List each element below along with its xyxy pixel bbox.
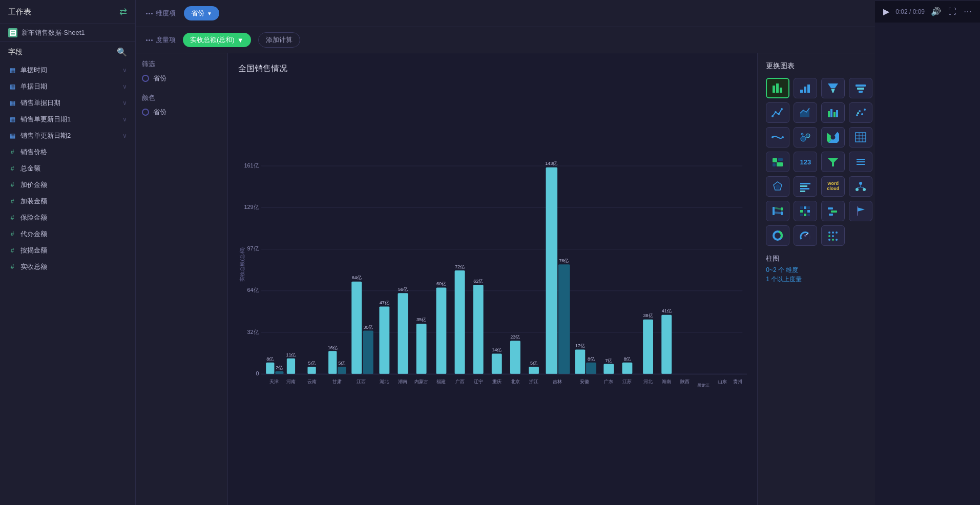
field-name: 单据日期 xyxy=(20,82,118,91)
svg-text:河南: 河南 xyxy=(286,379,296,384)
flag-chart-btn[interactable] xyxy=(849,201,872,221)
main-content: 维度项 省份 ▼ 度量项 实收总额(总和) ▼ 添加计算 xyxy=(136,0,875,505)
strip-chart-btn[interactable] xyxy=(794,176,817,197)
svg-text:143亿: 143亿 xyxy=(545,161,557,166)
svg-text:23亿: 23亿 xyxy=(510,334,520,340)
color-province-item[interactable]: 省份 xyxy=(142,108,221,117)
volume-icon[interactable]: 🔊 xyxy=(931,7,941,16)
svg-marker-138 xyxy=(775,184,780,189)
chart-switcher: 更换图表 xyxy=(757,53,875,505)
radio-btn[interactable] xyxy=(142,109,149,116)
field-item-date1[interactable]: ▦ 单据日期 ∨ xyxy=(0,78,135,95)
svg-text:广西: 广西 xyxy=(455,379,465,384)
filter-chart-btn[interactable] xyxy=(821,152,845,172)
field-item-date0[interactable]: ▦ 单据时间 ∨ xyxy=(0,62,135,78)
svg-text:8亿: 8亿 xyxy=(588,356,595,362)
svg-text:16亿: 16亿 xyxy=(328,345,338,350)
svg-text:14亿: 14亿 xyxy=(492,347,502,352)
hash-icon: # xyxy=(8,263,16,270)
org-chart-btn[interactable] xyxy=(849,176,872,197)
number-chart-btn[interactable]: 123 xyxy=(794,152,817,172)
gauge-chart-btn[interactable] xyxy=(794,225,817,246)
svg-rect-132 xyxy=(777,162,783,166)
svg-rect-102 xyxy=(859,91,863,93)
svg-rect-84 xyxy=(661,315,672,374)
gantt-btn[interactable] xyxy=(821,201,845,221)
funnel-chart-btn[interactable] xyxy=(821,78,845,98)
radio-btn[interactable] xyxy=(142,75,149,82)
area-chart-btn[interactable] xyxy=(794,102,817,123)
field-item-num6[interactable]: # 按揭金额 xyxy=(0,242,135,259)
svg-text:161亿: 161亿 xyxy=(244,162,259,169)
field-name: 按揭金额 xyxy=(20,246,127,255)
pie-chart-btn[interactable] xyxy=(821,127,845,148)
svg-text:江西: 江西 xyxy=(357,379,366,384)
play-btn[interactable]: ▶ xyxy=(883,7,889,16)
fields-header: 字段 🔍 xyxy=(0,42,135,62)
svg-rect-142 xyxy=(800,191,805,192)
word-cloud-btn[interactable]: wordcloud xyxy=(821,176,845,197)
flow-chart-btn[interactable] xyxy=(766,127,789,148)
svg-point-106 xyxy=(781,108,783,110)
svg-point-175 xyxy=(828,239,830,241)
heatmap-btn[interactable] xyxy=(794,201,817,221)
field-item-date4[interactable]: ▦ 销售单更新日期2 ∨ xyxy=(0,128,135,144)
field-item-num5[interactable]: # 代办金额 xyxy=(0,226,135,242)
dimension-province-btn[interactable]: 省份 ▼ xyxy=(184,6,219,20)
svg-point-118 xyxy=(782,136,784,138)
field-item-date2[interactable]: ▦ 销售单据日期 ∨ xyxy=(0,95,135,111)
field-item-num7[interactable]: # 实收总额 xyxy=(0,259,135,275)
calendar-icon: ▦ xyxy=(8,83,16,90)
refresh-icon[interactable]: ⇄ xyxy=(119,6,127,17)
svg-point-177 xyxy=(836,239,838,241)
svg-rect-59 xyxy=(510,341,520,374)
svg-rect-28 xyxy=(328,351,337,374)
svg-marker-99 xyxy=(831,89,835,93)
field-item-num1[interactable]: # 总金额 xyxy=(0,160,135,177)
bubble-chart-btn[interactable] xyxy=(794,127,817,148)
hbar-funnel-btn[interactable] xyxy=(849,78,872,98)
measure-btn[interactable]: 实收总额(总和) ▼ xyxy=(183,33,251,47)
svg-rect-152 xyxy=(800,206,803,209)
geo-map-btn[interactable] xyxy=(766,152,789,172)
fullscreen-icon[interactable]: ⛶ xyxy=(948,7,956,16)
sankey-btn[interactable] xyxy=(766,201,789,221)
field-item-num3[interactable]: # 加装金额 xyxy=(0,193,135,209)
more-options-icon[interactable]: ⋯ xyxy=(964,7,972,16)
svg-text:129亿: 129亿 xyxy=(244,204,259,210)
sheet-name: 新车销售数据-Sheet1 xyxy=(22,28,85,37)
dot-plot-btn[interactable] xyxy=(821,225,845,246)
text-list-btn[interactable] xyxy=(849,152,872,172)
svg-rect-30 xyxy=(338,367,346,374)
toolbar-measure: 度量项 实收总额(总和) ▼ 添加计算 xyxy=(136,27,875,53)
search-icon[interactable]: 🔍 xyxy=(117,47,127,57)
svg-text:广东: 广东 xyxy=(604,379,613,384)
filter-province-item[interactable]: 省份 xyxy=(142,74,221,83)
sidebar: 工作表 ⇄ 新车销售数据-Sheet1 字段 🔍 ▦ 单据时间 ∨ ▦ 单据日期… xyxy=(0,0,136,505)
svg-rect-111 xyxy=(836,110,838,117)
field-item-num0[interactable]: # 销售价格 xyxy=(0,144,135,160)
add-calc-btn[interactable]: 添加计算 xyxy=(258,32,300,48)
line-chart-btn[interactable] xyxy=(766,102,789,123)
svg-rect-157 xyxy=(807,210,810,213)
scatter-btn[interactable] xyxy=(849,102,872,123)
field-item-num4[interactable]: # 保险金额 xyxy=(0,209,135,226)
svg-text:30亿: 30亿 xyxy=(363,325,373,330)
svg-rect-81 xyxy=(643,320,653,374)
field-item-num2[interactable]: # 加价金额 xyxy=(0,177,135,193)
donut-chart-btn[interactable] xyxy=(766,225,789,246)
bar-chart-btn[interactable] xyxy=(766,78,789,98)
svg-point-145 xyxy=(863,188,866,191)
column-chart-btn[interactable] xyxy=(794,78,817,98)
chevron-icon: ∨ xyxy=(122,83,127,90)
svg-text:天津: 天津 xyxy=(269,379,279,384)
svg-point-169 xyxy=(804,235,806,237)
chart-panel: 全国销售情况 161亿 129亿 97亿 64亿 32亿 0 xyxy=(228,53,757,505)
hash-icon: # xyxy=(8,247,16,254)
field-item-date3[interactable]: ▦ 销售单更新日期1 ∨ xyxy=(0,111,135,128)
table-chart-btn[interactable] xyxy=(849,127,872,148)
svg-rect-50 xyxy=(455,270,465,374)
grouped-bar-btn[interactable] xyxy=(821,102,845,123)
radar-chart-btn[interactable] xyxy=(766,176,789,197)
svg-text:陕西: 陕西 xyxy=(680,379,690,384)
